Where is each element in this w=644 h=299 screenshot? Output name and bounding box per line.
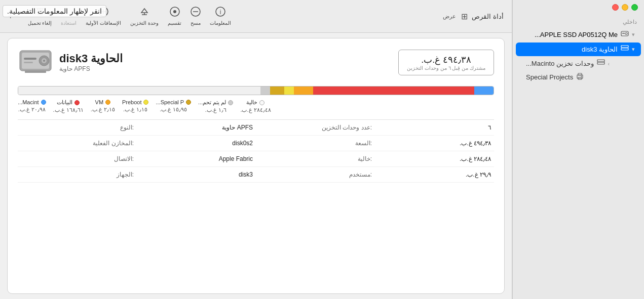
svg-rect-22 bbox=[25, 71, 46, 73]
action-erase[interactable]: مسح bbox=[191, 7, 201, 26]
key-capacity: :السعة bbox=[256, 136, 375, 151]
val-device: disk3 bbox=[137, 167, 256, 183]
bar-free bbox=[18, 87, 260, 95]
chevron-down-icon: ▾ bbox=[632, 31, 635, 38]
legend-dot-free bbox=[259, 100, 264, 105]
legend-label-free: خالية bbox=[246, 99, 257, 106]
sidebar-item-special-projects[interactable]: Special Projects bbox=[516, 71, 641, 83]
toolbar-title: أداة القرص bbox=[472, 13, 504, 20]
action-info[interactable]: i المعلومات bbox=[210, 7, 231, 26]
legend-preboot: Preboot ١٫١٥ غ.ب. bbox=[122, 99, 149, 113]
val-used: ٢٩٫٩ غ.ب. bbox=[375, 167, 494, 183]
restore-label: استعادة bbox=[61, 20, 77, 26]
legend-free: خالية ٢٨٤٫٤٨ غ.ب. bbox=[240, 99, 271, 113]
key-type: :النوع bbox=[18, 120, 137, 136]
tooltip-text: انقر لإظهار المعلومات التفصيلية. bbox=[3, 5, 106, 17]
bar-unmounted bbox=[260, 87, 270, 95]
key-storage-count: :عدد وحدات التخزين bbox=[256, 120, 375, 136]
sidebar-item-container-disk3[interactable]: ▾ الحاوية disk3 bbox=[516, 42, 641, 56]
disk-header: ٤٩٤٫٣٨ غ.ب. مشترك من قِبل ٦ من وحدات الت… bbox=[18, 47, 494, 78]
mount-label: وحدة التخزين bbox=[130, 20, 159, 26]
traffic-lights bbox=[612, 4, 638, 11]
val-storage-count: ٦ bbox=[375, 120, 494, 136]
bar-special bbox=[270, 87, 284, 95]
svg-rect-28 bbox=[597, 60, 604, 62]
view-label: عرض bbox=[443, 13, 456, 20]
info-icon: i bbox=[215, 7, 225, 19]
legend-size-special: ١٥٫٩٥ غ.ب. bbox=[160, 106, 187, 113]
legend-label-vm: VM bbox=[95, 99, 104, 105]
stack-icon-wds bbox=[597, 59, 605, 68]
svg-point-33 bbox=[581, 76, 582, 77]
storage-legend: Macint... ٢٠٫٩٨ غ.ب. البيانات ١٦٨٫٦١ غ.ب… bbox=[18, 99, 494, 113]
legend-dot-macos bbox=[41, 100, 46, 105]
printer-icon bbox=[576, 73, 584, 81]
view-toggle-button[interactable]: ⊞ bbox=[459, 11, 470, 22]
legend-size-free: ٢٨٤٫٤٨ غ.ب. bbox=[240, 107, 271, 113]
partition-icon bbox=[170, 7, 180, 19]
svg-rect-20 bbox=[24, 58, 36, 60]
sidebar-item-apple-ssd[interactable]: ▾ APPLE SSD AP0512Q Me... bbox=[516, 28, 641, 41]
key-connection: :الاتصال bbox=[18, 151, 137, 167]
bar-macos bbox=[474, 87, 494, 95]
legend-label-unmounted: لم يتم تحم... bbox=[198, 99, 226, 106]
svg-rect-27 bbox=[621, 48, 628, 50]
disk-header-info: الحاوية disk3 APFS حاوية bbox=[59, 52, 123, 72]
svg-rect-21 bbox=[24, 62, 33, 63]
partition-label: تقسيم bbox=[168, 20, 181, 26]
storage-bar bbox=[18, 86, 494, 95]
svg-rect-29 bbox=[597, 62, 604, 64]
legend-label-data: البيانات bbox=[57, 99, 72, 106]
legend-size-preboot: ١٫١٥ غ.ب. bbox=[123, 106, 147, 113]
legend-dot-unmounted bbox=[228, 100, 233, 105]
maximize-button[interactable] bbox=[631, 4, 638, 11]
disk-size-value: ٤٩٤٫٣٨ غ.ب. bbox=[407, 54, 485, 65]
sidebar-header bbox=[513, 0, 644, 15]
bar-preboot bbox=[284, 87, 294, 95]
legend-label-macos: Macint... bbox=[18, 99, 39, 105]
chevron-down-icon-disk3: ▾ bbox=[632, 46, 635, 53]
legend-macos: Macint... ٢٠٫٩٨ غ.ب. bbox=[18, 99, 46, 113]
firstaid-label: الإسعافات الأولية bbox=[86, 20, 121, 26]
action-mount[interactable]: وحدة التخزين bbox=[130, 7, 159, 26]
disk-size-box: ٤٩٤٫٣٨ غ.ب. مشترك من قِبل ٦ من وحدات الت… bbox=[398, 50, 494, 75]
info-table: ٦ :عدد وحدات التخزين APFS حاوية :النوع ٤… bbox=[18, 119, 494, 183]
val-physical: disk0s2 bbox=[137, 136, 256, 151]
val-connection: Apple Fabric bbox=[137, 151, 256, 167]
svg-rect-25 bbox=[622, 33, 625, 34]
sidebar-section-label: داخلي bbox=[513, 15, 644, 27]
wds-label: وحدات تخزين Macinto... bbox=[526, 60, 594, 67]
apple-ssd-label: APPLE SSD AP0512Q Me... bbox=[521, 31, 618, 38]
special-projects-label: Special Projects bbox=[526, 73, 573, 81]
disk-panel: ٤٩٤٫٣٨ غ.ب. مشترك من قِبل ٦ من وحدات الت… bbox=[7, 38, 505, 294]
key-physical: :المخازن الفعلية bbox=[18, 136, 137, 151]
mount-icon bbox=[139, 7, 149, 19]
info-label: المعلومات bbox=[210, 20, 231, 26]
legend-vm: VM ٢٫١٥ غ.ب. bbox=[91, 99, 115, 113]
chevron-right-icon-wds: › bbox=[608, 61, 610, 67]
legend-dot-special bbox=[186, 100, 191, 105]
val-type: APFS حاوية bbox=[137, 120, 256, 136]
key-device: :الجهاز bbox=[18, 167, 137, 183]
val-capacity: ٤٩٤٫٣٨ غ.ب. bbox=[375, 136, 494, 151]
legend-dot-data bbox=[74, 100, 80, 105]
key-used: :مستخدم bbox=[256, 167, 375, 183]
action-partition[interactable]: تقسيم bbox=[168, 7, 181, 26]
minimize-button[interactable] bbox=[622, 4, 628, 11]
legend-unmounted: لم يتم تحم... ١٫٦ غ.ب. bbox=[198, 99, 233, 113]
sidebar: داخلي ▾ APPLE SSD AP0512Q Me... ▾ الحاوي… bbox=[512, 0, 644, 299]
stack-icon bbox=[621, 45, 629, 54]
sidebar-item-wds[interactable]: › وحدات تخزين Macinto... bbox=[516, 57, 641, 70]
hdd-icon bbox=[621, 30, 629, 39]
val-free: ٢٨٤٫٤٨ غ.ب. bbox=[375, 151, 494, 167]
svg-point-24 bbox=[625, 33, 627, 35]
close-button[interactable] bbox=[612, 4, 619, 11]
storage-bar-container: Macint... ٢٠٫٩٨ غ.ب. البيانات ١٦٨٫٦١ غ.ب… bbox=[18, 86, 494, 113]
svg-point-19 bbox=[43, 60, 45, 62]
svg-marker-6 bbox=[141, 9, 147, 13]
legend-size-vm: ٢٫١٥ غ.ب. bbox=[91, 106, 115, 113]
legend-label-preboot: Preboot bbox=[122, 99, 142, 105]
legend-dot-vm bbox=[105, 100, 110, 105]
disk-type: APFS حاوية bbox=[59, 65, 90, 72]
legend-special: Special P... ١٥٫٩٥ غ.ب. bbox=[156, 99, 191, 113]
